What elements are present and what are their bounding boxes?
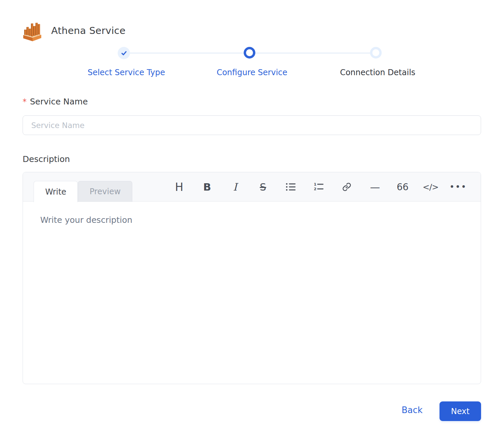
required-marker: * [23,97,27,106]
check-icon [121,50,127,57]
step-pending-indicator [370,47,382,59]
svg-text:1: 1 [314,183,316,187]
bold-icon[interactable]: B [193,172,221,202]
step-completed-indicator [118,47,130,59]
strikethrough-icon[interactable]: S [249,172,277,202]
step-label-connection-details[interactable]: Connection Details [340,68,416,77]
quote-icon[interactable]: 66 [389,172,417,202]
description-editor: Write Preview H B I S [23,172,481,384]
svg-text:2: 2 [314,187,316,191]
next-button[interactable]: Next [440,401,481,421]
service-name-label: *Service Name [23,97,88,106]
horizontal-rule-icon[interactable]: — [361,172,389,202]
step-label-configure-service[interactable]: Configure Service [217,68,288,77]
heading-icon[interactable]: H [165,172,193,202]
step-label-select-service-type[interactable]: Select Service Type [87,68,165,77]
back-button[interactable]: Back [398,403,427,417]
ordered-list-icon[interactable]: 1 2 [305,172,333,202]
editor-tools: H B I S 1 [165,172,472,202]
description-input[interactable] [23,202,481,384]
stepper: Select Service Type Configure Service Co… [0,0,504,83]
service-name-input[interactable] [23,115,481,135]
italic-icon[interactable]: I [221,172,249,202]
code-icon[interactable]: </> [417,172,444,202]
editor-body [23,202,481,384]
link-icon[interactable] [333,172,361,202]
tab-preview[interactable]: Preview [78,181,132,202]
service-name-label-text: Service Name [30,97,88,106]
editor-tabs: Write Preview [34,181,132,202]
description-label: Description [23,154,70,164]
step-active-indicator [244,47,255,59]
tab-write[interactable]: Write [34,181,78,202]
unordered-list-icon[interactable] [277,172,305,202]
editor-toolbar: Write Preview H B I S [23,172,481,202]
configure-service-page: Athena Service Select Service Type Confi… [0,0,504,441]
more-options-icon[interactable]: ••• [444,172,472,202]
